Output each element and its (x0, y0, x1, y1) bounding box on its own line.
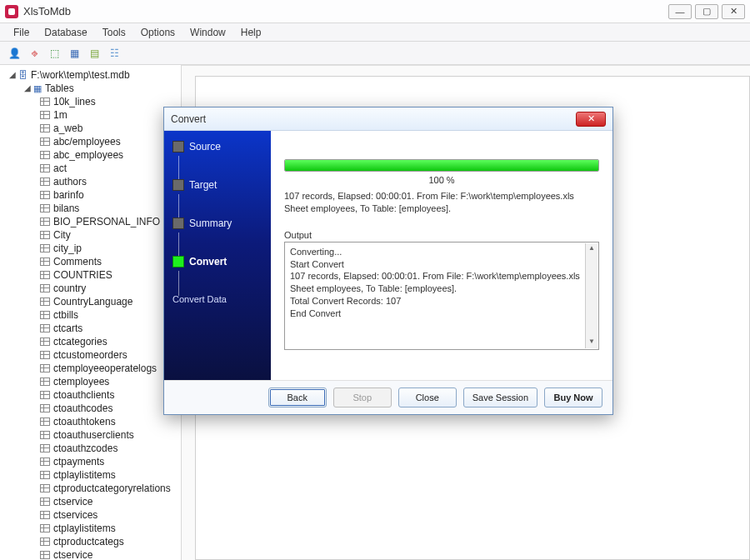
table-name: ctoauthuserclients (53, 428, 134, 442)
table-item[interactable]: ctcustomeorders (38, 348, 179, 362)
back-button[interactable]: Back (268, 388, 327, 408)
table-item[interactable]: BIO_PERSONAL_INFO (38, 215, 179, 228)
table-item[interactable]: city_ip (38, 242, 179, 255)
table-icon (40, 551, 50, 559)
table-item[interactable]: ctproductcategoryrelations (38, 482, 179, 495)
scroll-down-icon[interactable]: ▼ (586, 337, 598, 348)
table-item[interactable]: abc/employees (38, 135, 179, 148)
close-button-dialog[interactable]: Close (398, 388, 457, 408)
save-session-button[interactable]: Save Session (463, 388, 538, 408)
table-name: abc_employees (53, 148, 123, 162)
table-item[interactable]: ctpayments (38, 455, 179, 468)
table-item[interactable]: abc_employees (38, 148, 179, 162)
table-item[interactable]: a_web (38, 122, 179, 135)
table-item[interactable]: authors (38, 175, 179, 188)
wizard-step-convert[interactable]: Convert (172, 256, 262, 268)
table-item[interactable]: bilans (38, 202, 179, 215)
table-item[interactable]: ctservices (38, 508, 179, 522)
output-scrollbar[interactable]: ▲ ▼ (585, 243, 598, 348)
menu-file[interactable]: File (7, 25, 36, 40)
step-box-icon (172, 179, 184, 191)
table-item[interactable]: Comments (38, 255, 179, 268)
table-name: 10k_lines (53, 95, 96, 108)
buy-now-button[interactable]: Buy Now (544, 388, 602, 408)
toolbar-grid-icon[interactable]: ☷ (107, 46, 122, 61)
toolbar-user-icon[interactable]: 👤 (7, 46, 22, 61)
table-item[interactable]: City (38, 228, 179, 242)
menu-tools[interactable]: Tools (96, 25, 132, 40)
table-item[interactable]: barinfo (38, 188, 179, 202)
wizard-step-summary[interactable]: Summary (172, 218, 262, 229)
table-item[interactable]: ctoauthuserclients (38, 428, 179, 442)
table-icon (40, 258, 50, 266)
table-item[interactable]: ctcategories (38, 335, 179, 348)
table-list: 10k_lines1ma_webabc/employeesabc_employe… (23, 95, 179, 560)
tables-icon: ▦ (33, 82, 42, 95)
table-item[interactable]: 1m (38, 108, 179, 122)
tree-tables[interactable]: ◢ ▦ Tables (23, 82, 179, 95)
progress-track (284, 159, 599, 172)
step-label: Source (189, 141, 221, 152)
table-name: ctplaylistitems (53, 522, 116, 535)
table-item[interactable]: ctcarts (38, 322, 179, 335)
table-item[interactable]: ctbills (38, 308, 179, 322)
step-label: Summary (189, 218, 232, 229)
output-label: Output (284, 230, 599, 240)
dialog-buttons: Back Stop Close Save Session Buy Now (164, 380, 612, 414)
table-name: ctproductcategs (53, 535, 124, 548)
table-item[interactable]: ctemployees (38, 375, 179, 388)
dialog-close-button[interactable]: ✕ (576, 112, 606, 127)
table-item[interactable]: ctoauthcodes (38, 402, 179, 415)
table-item[interactable]: ctemployeeoperatelogs (38, 362, 179, 375)
table-item[interactable]: COUNTRIES (38, 268, 179, 282)
scroll-up-icon[interactable]: ▲ (586, 243, 598, 255)
minimize-button[interactable]: — (668, 4, 692, 19)
table-item[interactable]: ctplaylistitems (38, 468, 179, 482)
table-item[interactable]: ctoauthtokens (38, 415, 179, 428)
titlebar: XlsToMdb — ▢ ✕ (0, 0, 750, 23)
table-icon (40, 431, 50, 439)
collapse-icon[interactable]: ◢ (8, 68, 17, 82)
menu-window[interactable]: Window (183, 25, 232, 40)
convert-dialog: Convert ✕ Source Target Summary Convert … (163, 107, 613, 415)
collapse-icon[interactable]: ◢ (23, 82, 32, 95)
maximize-button[interactable]: ▢ (695, 4, 718, 19)
table-item[interactable]: CountryLanguage (38, 295, 179, 308)
table-item[interactable]: ctproductcategs (38, 535, 179, 548)
table-item[interactable]: 10k_lines (38, 95, 179, 108)
table-icon (40, 124, 50, 132)
tree-root[interactable]: ◢ 🗄 F:\work\temp\test.mdb (8, 68, 179, 82)
wizard-step-target[interactable]: Target (172, 179, 262, 191)
step-label: Convert (189, 256, 227, 268)
toolbar-settings-icon[interactable]: ▤ (87, 46, 102, 61)
table-icon (40, 191, 50, 199)
table-name: a_web (53, 122, 82, 135)
table-item[interactable]: country (38, 282, 179, 295)
toolbar-wizard-icon[interactable]: ⬚ (47, 46, 62, 61)
table-name: city_ip (53, 242, 82, 255)
menu-database[interactable]: Database (38, 25, 93, 40)
progress-percent: 100 % (284, 175, 599, 185)
table-name: authors (53, 175, 87, 188)
menu-options[interactable]: Options (134, 25, 182, 40)
table-item[interactable]: ctservice (38, 548, 179, 560)
sidebar-tree[interactable]: ◢ 🗄 F:\work\temp\test.mdb ◢ ▦ Tables 10k… (0, 65, 182, 560)
table-item[interactable]: act (38, 162, 179, 175)
close-button[interactable]: ✕ (722, 4, 745, 19)
wizard-step-source[interactable]: Source (172, 141, 262, 152)
table-icon (40, 98, 50, 106)
table-item[interactable]: ctplaylistitems (38, 522, 179, 535)
stop-button[interactable]: Stop (333, 388, 392, 408)
table-name: ctservices (53, 508, 98, 522)
table-name: 1m (53, 108, 68, 122)
progress: 100 % (284, 159, 599, 185)
table-icon (40, 151, 50, 159)
toolbar-db-icon[interactable]: ▦ (67, 46, 82, 61)
table-item[interactable]: ctoauthclients (38, 388, 179, 402)
toolbar-exit-icon[interactable]: ⎆ (27, 46, 42, 61)
table-item[interactable]: ctservice (38, 495, 179, 508)
table-name: ctservice (53, 548, 92, 560)
output-box[interactable]: Converting...Start Convert107 records, E… (284, 242, 599, 350)
menu-help[interactable]: Help (234, 25, 268, 40)
table-item[interactable]: ctoauthzcodes (38, 442, 179, 455)
